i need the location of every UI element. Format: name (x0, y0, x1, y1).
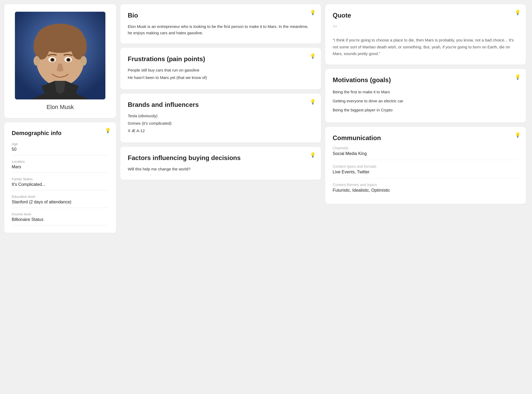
demo-field-value: 50 (12, 147, 109, 155)
quote-mark: " (333, 23, 518, 35)
bio-card: 💡 Bio Elon Musk is an entrepreneur who i… (120, 4, 321, 44)
brands-lightbulb-icon: 💡 (310, 99, 316, 105)
profile-image (15, 12, 105, 99)
communication-title: Communication (333, 134, 518, 142)
svg-point-8 (71, 33, 87, 60)
quote-lightbulb-icon: 💡 (515, 10, 521, 15)
content-types-value: Live Events, Twitter (333, 170, 518, 178)
bio-title: Bio (128, 12, 314, 19)
factors-text: Will this help me change the world? (128, 166, 314, 172)
frustrations-text: People still buy cars that run on gasoli… (128, 67, 314, 81)
factors-lightbulb-icon: 💡 (310, 152, 316, 158)
factors-title: Factors influencing buying decisions (128, 154, 314, 162)
svg-point-13 (51, 59, 53, 61)
motivations-lightbulb-icon: 💡 (515, 74, 521, 80)
brands-title: Brands and influencers (128, 101, 314, 108)
motivations-card: 💡 Motivations (goals) Being the first to… (325, 69, 526, 123)
brands-card: 💡 Brands and influencers Tesla (obviousl… (120, 94, 321, 142)
demo-field-label: Age (12, 142, 109, 146)
demo-field-value: Billionaire Status (12, 217, 109, 225)
factors-card: 💡 Factors influencing buying decisions W… (120, 147, 321, 180)
demo-field-value: Mars (12, 165, 109, 173)
svg-point-7 (34, 33, 50, 60)
profile-name: Elon Musk (47, 104, 74, 111)
demo-field-label: Education level (12, 195, 109, 199)
content-themes-label: Content themes and topics (333, 183, 518, 187)
lightbulb-icon: 💡 (105, 128, 111, 133)
bio-lightbulb-icon: 💡 (310, 10, 316, 15)
demographic-title: Demographic info (12, 130, 109, 137)
demo-field-label: Family Status (12, 177, 109, 181)
communication-card: 💡 Communication Channels Social Media Ki… (325, 127, 526, 204)
svg-point-16 (80, 56, 87, 66)
svg-point-15 (34, 56, 40, 66)
demographic-card: 💡 Demographic info Age50LocationMarsFami… (4, 122, 116, 233)
content-themes-value: Futuristic, Idealistic, Optimistic (333, 188, 518, 196)
frustrations-title: Frustrations (pain points) (128, 55, 314, 63)
quote-text: "I think if you're going to choose a pla… (333, 37, 518, 57)
brands-text: Tesla (obviously)Grimes (it's complicate… (128, 113, 314, 134)
quote-card: 💡 Quote " "I think if you're going to ch… (325, 4, 526, 65)
channels-label: Channels (333, 146, 518, 150)
demo-field-value: It's Complicated... (12, 182, 109, 190)
svg-point-14 (67, 59, 69, 61)
demo-field-label: Location (12, 160, 109, 164)
frustrations-lightbulb-icon: 💡 (310, 53, 316, 59)
content-types-label: Content types and formats (333, 164, 518, 169)
profile-card: Elon Musk (4, 4, 116, 118)
motivations-title: Motivations (goals) (333, 76, 518, 84)
demo-field-value: Stanford (2 days of attendance) (12, 200, 109, 208)
channels-value: Social Media King (333, 151, 518, 160)
demo-field-label: Income level (12, 212, 109, 216)
motivations-text: Being the first to make it to MarsGettin… (333, 88, 518, 114)
quote-title: Quote (333, 12, 518, 19)
frustrations-card: 💡 Frustrations (pain points) People stil… (120, 48, 321, 89)
communication-lightbulb-icon: 💡 (515, 132, 521, 138)
bio-text: Elon Musk is an entrepreneur who is look… (128, 23, 314, 36)
